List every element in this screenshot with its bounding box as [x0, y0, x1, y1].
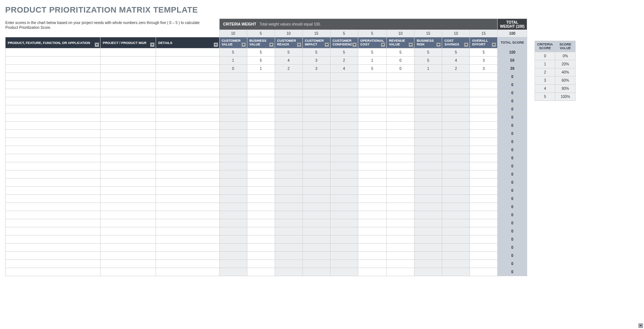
score-cell[interactable] [330, 227, 358, 235]
score-cell[interactable] [442, 113, 470, 122]
score-cell[interactable] [275, 81, 302, 89]
score-cell[interactable] [302, 162, 330, 170]
score-cell[interactable] [219, 146, 247, 154]
score-cell[interactable] [442, 179, 470, 187]
score-cell[interactable] [275, 89, 302, 97]
score-cell[interactable] [219, 81, 247, 89]
product-cell[interactable] [6, 244, 101, 252]
score-cell[interactable] [247, 154, 275, 162]
score-cell[interactable] [358, 244, 387, 252]
score-cell[interactable] [387, 162, 414, 170]
score-cell[interactable] [275, 203, 302, 211]
score-cell[interactable] [330, 179, 358, 187]
score-cell[interactable] [414, 227, 442, 235]
score-cell[interactable] [247, 235, 275, 244]
score-cell[interactable] [247, 162, 275, 170]
weight-cell[interactable]: 10 [219, 30, 247, 37]
score-cell[interactable] [442, 219, 470, 227]
mgr-cell[interactable] [101, 179, 156, 187]
score-cell[interactable] [470, 244, 498, 252]
score-cell[interactable] [247, 138, 275, 146]
mgr-cell[interactable] [101, 244, 156, 252]
score-cell[interactable] [330, 170, 358, 179]
score-cell[interactable] [387, 268, 414, 276]
product-cell[interactable] [6, 154, 101, 162]
score-cell[interactable] [358, 203, 387, 211]
weight-cell[interactable]: 10 [442, 30, 470, 37]
score-cell[interactable] [442, 211, 470, 219]
score-cell[interactable] [247, 179, 275, 187]
score-cell[interactable] [247, 203, 275, 211]
score-cell[interactable] [275, 73, 302, 81]
score-cell[interactable] [275, 105, 302, 113]
score-cell[interactable] [275, 179, 302, 187]
score-cell[interactable]: 1 [247, 65, 275, 73]
details-cell[interactable] [156, 170, 219, 179]
details-cell[interactable] [156, 57, 219, 65]
score-cell[interactable] [414, 81, 442, 89]
score-cell[interactable] [387, 138, 414, 146]
score-cell[interactable]: 2 [275, 65, 302, 73]
score-cell[interactable] [330, 211, 358, 219]
score-cell[interactable] [275, 162, 302, 170]
score-cell[interactable] [302, 146, 330, 154]
score-cell[interactable] [275, 113, 302, 122]
score-cell[interactable]: 0 [219, 65, 247, 73]
filter-icon[interactable] [409, 43, 413, 47]
score-cell[interactable] [358, 105, 387, 113]
score-cell[interactable] [442, 252, 470, 260]
mgr-cell[interactable] [101, 227, 156, 235]
score-cell[interactable]: 1 [358, 57, 387, 65]
details-cell[interactable] [156, 73, 219, 81]
score-cell[interactable] [247, 170, 275, 179]
score-cell[interactable] [470, 227, 498, 235]
product-cell[interactable] [6, 105, 101, 113]
product-cell[interactable] [6, 252, 101, 260]
filter-icon[interactable] [325, 43, 329, 47]
score-cell[interactable] [275, 252, 302, 260]
details-cell[interactable] [156, 105, 219, 113]
score-cell[interactable] [275, 130, 302, 138]
score-cell[interactable] [442, 187, 470, 195]
score-cell[interactable] [442, 268, 470, 276]
score-cell[interactable] [442, 260, 470, 268]
score-cell[interactable] [470, 252, 498, 260]
score-cell[interactable]: 1 [219, 57, 247, 65]
score-cell[interactable] [358, 146, 387, 154]
score-cell[interactable] [330, 235, 358, 244]
score-cell[interactable] [442, 138, 470, 146]
score-cell[interactable] [302, 122, 330, 130]
score-cell[interactable] [330, 113, 358, 122]
score-cell[interactable]: 5 [247, 48, 275, 57]
score-cell[interactable] [330, 219, 358, 227]
score-cell[interactable] [387, 235, 414, 244]
score-cell[interactable] [302, 130, 330, 138]
score-cell[interactable] [302, 154, 330, 162]
product-cell[interactable] [6, 65, 101, 73]
score-cell[interactable] [414, 187, 442, 195]
mgr-cell[interactable] [101, 65, 156, 73]
score-cell[interactable] [387, 195, 414, 203]
score-cell[interactable]: 5 [302, 48, 330, 57]
mgr-cell[interactable] [101, 268, 156, 276]
score-cell[interactable] [387, 81, 414, 89]
mgr-cell[interactable] [101, 73, 156, 81]
score-cell[interactable] [330, 130, 358, 138]
score-cell[interactable] [330, 73, 358, 81]
mgr-cell[interactable] [101, 203, 156, 211]
score-cell[interactable] [470, 89, 498, 97]
col-total-score[interactable]: TOTAL SCORE [498, 37, 527, 48]
weight-cell[interactable]: 5 [330, 30, 358, 37]
score-cell[interactable] [470, 195, 498, 203]
score-cell[interactable] [414, 203, 442, 211]
score-cell[interactable] [275, 235, 302, 244]
score-cell[interactable] [470, 260, 498, 268]
score-cell[interactable] [387, 211, 414, 219]
mgr-cell[interactable] [101, 130, 156, 138]
score-cell[interactable] [358, 122, 387, 130]
score-cell[interactable]: 5 [330, 48, 358, 57]
details-cell[interactable] [156, 187, 219, 195]
score-cell[interactable] [330, 195, 358, 203]
score-cell[interactable] [302, 97, 330, 105]
product-cell[interactable] [6, 219, 101, 227]
